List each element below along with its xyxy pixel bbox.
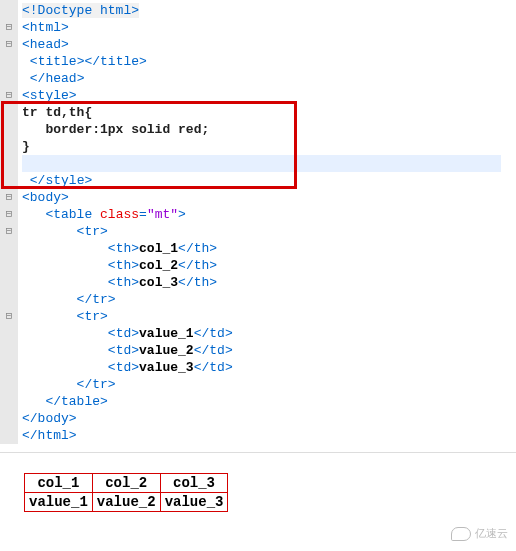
code-line[interactable]: </style> bbox=[22, 172, 516, 189]
code-line[interactable]: <th>col_2</th> bbox=[22, 257, 516, 274]
table-header: col_1 bbox=[25, 474, 93, 493]
gutter-row bbox=[0, 274, 18, 291]
code-line[interactable]: </tr> bbox=[22, 376, 516, 393]
gutter-row bbox=[0, 2, 18, 19]
gutter-row bbox=[0, 342, 18, 359]
code-line[interactable]: <head> bbox=[22, 36, 516, 53]
table-header: col_3 bbox=[160, 474, 228, 493]
table-row: value_1 value_2 value_3 bbox=[25, 493, 228, 512]
code-editor[interactable]: ⊟ ⊟ ⊟ ⊟ ⊟ ⊟ ⊟ <!Doctype html> <html> <he… bbox=[0, 0, 516, 453]
table-cell: value_2 bbox=[92, 493, 160, 512]
fold-toggle[interactable]: ⊟ bbox=[0, 189, 18, 206]
code-line[interactable]: </table> bbox=[22, 393, 516, 410]
code-line[interactable]: <html> bbox=[22, 19, 516, 36]
code-line[interactable]: </body> bbox=[22, 410, 516, 427]
table-cell: value_3 bbox=[160, 493, 228, 512]
fold-toggle[interactable]: ⊟ bbox=[0, 19, 18, 36]
gutter-row bbox=[0, 427, 18, 444]
code-line[interactable]: } bbox=[22, 138, 516, 155]
fold-toggle[interactable]: ⊟ bbox=[0, 36, 18, 53]
gutter-row bbox=[0, 240, 18, 257]
code-line[interactable]: <td>value_3</td> bbox=[22, 359, 516, 376]
fold-toggle[interactable]: ⊟ bbox=[0, 223, 18, 240]
table-cell: value_1 bbox=[25, 493, 93, 512]
code-line[interactable]: <th>col_3</th> bbox=[22, 274, 516, 291]
preview-table: col_1 col_2 col_3 value_1 value_2 value_… bbox=[24, 473, 228, 512]
gutter-row bbox=[0, 70, 18, 87]
code-line[interactable]: <body> bbox=[22, 189, 516, 206]
code-area[interactable]: <!Doctype html> <html> <head> <title></t… bbox=[18, 0, 516, 444]
watermark: 亿速云 bbox=[451, 526, 508, 541]
gutter-row bbox=[0, 410, 18, 427]
code-line[interactable]: <table class="mt"> bbox=[22, 206, 516, 223]
gutter-row bbox=[0, 155, 18, 172]
code-line[interactable]: <td>value_2</td> bbox=[22, 342, 516, 359]
code-line[interactable]: border:1px solid red; bbox=[22, 121, 516, 138]
table-row: col_1 col_2 col_3 bbox=[25, 474, 228, 493]
gutter-row bbox=[0, 104, 18, 121]
render-preview: col_1 col_2 col_3 value_1 value_2 value_… bbox=[0, 453, 516, 512]
code-line[interactable]: <td>value_1</td> bbox=[22, 325, 516, 342]
gutter-row bbox=[0, 172, 18, 189]
code-line[interactable]: </html> bbox=[22, 427, 516, 444]
cloud-icon bbox=[451, 527, 471, 541]
code-line[interactable]: <style> bbox=[22, 87, 516, 104]
fold-toggle[interactable]: ⊟ bbox=[0, 87, 18, 104]
code-line-active[interactable] bbox=[22, 155, 501, 172]
gutter-row bbox=[0, 257, 18, 274]
gutter-row bbox=[0, 393, 18, 410]
fold-toggle[interactable]: ⊟ bbox=[0, 308, 18, 325]
code-line[interactable]: tr td,th{ bbox=[22, 104, 516, 121]
code-line[interactable]: <tr> bbox=[22, 223, 516, 240]
code-line[interactable]: </tr> bbox=[22, 291, 516, 308]
gutter-row bbox=[0, 359, 18, 376]
gutter-row bbox=[0, 138, 18, 155]
code-line[interactable]: <title></title> bbox=[22, 53, 516, 70]
fold-gutter: ⊟ ⊟ ⊟ ⊟ ⊟ ⊟ ⊟ bbox=[0, 0, 18, 444]
gutter-row bbox=[0, 53, 18, 70]
gutter-row bbox=[0, 291, 18, 308]
gutter-row bbox=[0, 121, 18, 138]
code-line[interactable]: <th>col_1</th> bbox=[22, 240, 516, 257]
gutter-row bbox=[0, 376, 18, 393]
gutter-row bbox=[0, 325, 18, 342]
code-line[interactable]: </head> bbox=[22, 70, 516, 87]
watermark-text: 亿速云 bbox=[475, 526, 508, 541]
code-line[interactable]: <tr> bbox=[22, 308, 516, 325]
fold-toggle[interactable]: ⊟ bbox=[0, 206, 18, 223]
code-line[interactable]: <!Doctype html> bbox=[22, 2, 516, 19]
table-header: col_2 bbox=[92, 474, 160, 493]
